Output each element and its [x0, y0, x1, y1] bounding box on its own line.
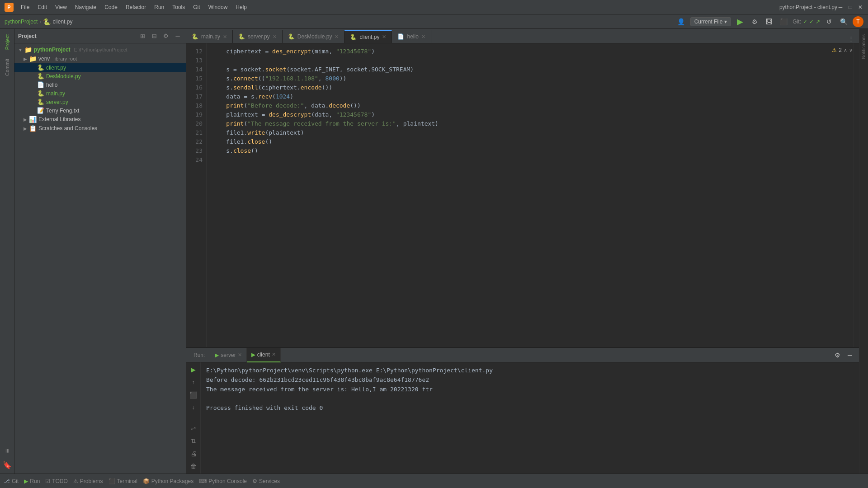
project-tree-expand[interactable]: ⊟: [150, 32, 159, 41]
bottom-tab-server-close[interactable]: ✕: [238, 352, 242, 358]
scratches-icon: 📋: [29, 125, 37, 132]
tab-desmodule-close[interactable]: ✕: [335, 34, 339, 40]
tree-item-root[interactable]: ▼ 📁 pythonProject E:\Python\pythonProjec…: [14, 45, 186, 54]
tree-item-client[interactable]: 🐍 client.py: [14, 63, 186, 72]
project-tree-close[interactable]: ─: [173, 32, 182, 41]
menu-git[interactable]: Git: [189, 3, 203, 11]
tree-item-main[interactable]: 🐍 main.py: [14, 89, 186, 98]
warning-chevron-down[interactable]: ∨: [849, 47, 853, 53]
tab-overflow-button[interactable]: ⋮: [846, 34, 855, 43]
console-scroll-down[interactable]: ↓: [188, 402, 199, 413]
tab-main[interactable]: 🐍 main.py ✕: [186, 30, 233, 43]
tab-hello[interactable]: 📄 hello ✕: [392, 30, 431, 43]
terminal-tab[interactable]: ⬛ Terminal: [108, 478, 137, 484]
console-clear-button[interactable]: 🗑: [188, 461, 199, 472]
console-wrap-button[interactable]: ⇌: [188, 423, 199, 434]
tab-client[interactable]: 🐍 client.py ✕: [344, 30, 392, 43]
line-num-23: 23: [186, 146, 203, 155]
app-icon: P: [5, 3, 14, 12]
code-editor[interactable]: 12 13 14 15 16 17 18 19 20 21 22 23 24 c…: [186, 43, 859, 347]
bottom-tab-bar: Run: ▶ server ✕ ▶ client ✕ ⚙ ─: [186, 348, 859, 362]
tab-desmodule[interactable]: 🐍 DesModule.py ✕: [283, 30, 345, 43]
tree-arrow-venv: ▶: [24, 56, 27, 61]
tree-item-hello[interactable]: 📄 hello: [14, 80, 186, 89]
console-text[interactable]: E:\Python\pythonProject\venv\Scripts\pyt…: [201, 362, 859, 474]
menu-window[interactable]: Window: [205, 3, 231, 11]
console-minimize-button[interactable]: ─: [844, 350, 855, 361]
tree-item-venv[interactable]: ▶ 📁 venv library root: [14, 54, 186, 63]
problems-tab[interactable]: ⚠ Problems: [73, 478, 103, 484]
tab-client-close[interactable]: ✕: [382, 34, 386, 40]
minimize-button[interactable]: ─: [837, 4, 844, 10]
tree-item-ext-libs[interactable]: ▶ 📊 External Libraries: [14, 115, 186, 124]
tree-item-desmodule[interactable]: 🐍 DesModule.py: [14, 72, 186, 80]
code-line-15: s.connect(("192.168.1.108", 8000)): [212, 74, 848, 83]
warning-chevron-up[interactable]: ∧: [844, 47, 847, 53]
tree-item-scratches[interactable]: ▶ 📋 Scratches and Consoles: [14, 124, 186, 133]
tab-server-close[interactable]: ✕: [273, 34, 277, 40]
console-print-button[interactable]: 🖨: [188, 448, 199, 459]
code-line-12: ciphertext = des_encrypt(mima, "12345678…: [212, 47, 848, 56]
sidebar-commit[interactable]: Commit: [3, 55, 12, 80]
user-avatar[interactable]: T: [853, 16, 863, 27]
sidebar-project[interactable]: Project: [3, 31, 12, 53]
warning-count: 2: [839, 47, 842, 53]
client-label: client.py: [46, 65, 66, 71]
code-line-14: s = socket.socket(socket.AF_INET, socket…: [212, 65, 848, 74]
tab-server[interactable]: 🐍 server.py ✕: [233, 30, 283, 43]
bottom-tab-client-close[interactable]: ✕: [272, 352, 276, 357]
sidebar-bookmarks[interactable]: 🔖: [1, 459, 14, 472]
project-tree-settings[interactable]: ⚙: [161, 32, 170, 41]
console-stop-button[interactable]: ⬛: [188, 389, 199, 400]
tab-main-close[interactable]: ✕: [223, 34, 227, 40]
profile-icon[interactable]: 👤: [676, 16, 687, 27]
menu-help[interactable]: Help: [232, 3, 250, 11]
todo-tab[interactable]: ☑ TODO: [45, 478, 67, 484]
menu-file[interactable]: File: [17, 3, 33, 11]
maximize-button[interactable]: □: [847, 4, 854, 10]
bottom-tab-server[interactable]: ▶ server ✕: [210, 348, 246, 362]
breadcrumb-project[interactable]: pythonProject: [5, 19, 38, 25]
search-button[interactable]: 🔍: [838, 16, 849, 27]
python-console-tab[interactable]: ⌨ Python Console: [199, 478, 247, 484]
console-settings-button[interactable]: ⚙: [832, 350, 843, 361]
menu-run[interactable]: Run: [151, 3, 168, 11]
coverage-button[interactable]: ⛾: [764, 16, 774, 27]
bottom-panel: Run: ▶ server ✕ ▶ client ✕ ⚙ ─ ▶: [186, 347, 859, 474]
menu-refactor[interactable]: Refactor: [122, 3, 150, 11]
breadcrumb-file[interactable]: client.py: [52, 19, 72, 25]
tab-hello-close[interactable]: ✕: [421, 34, 425, 40]
sidebar-structure[interactable]: ≡: [1, 445, 14, 457]
code-line-16: s.sendall(ciphertext.encode()): [212, 83, 848, 92]
menu-navigate[interactable]: Navigate: [71, 3, 100, 11]
tree-item-terry[interactable]: 📝 Terry Feng.txt: [14, 106, 186, 115]
console-scroll-up[interactable]: ↑: [188, 377, 199, 388]
menu-code[interactable]: Code: [101, 3, 121, 11]
console-output-line2: The message received from the server is:…: [206, 385, 854, 394]
project-tree-collapse[interactable]: ⊞: [138, 32, 147, 41]
todo-label: TODO: [52, 478, 67, 484]
bottom-tab-client[interactable]: ▶ client ✕: [247, 348, 281, 362]
python-packages-tab[interactable]: 📦 Python Packages: [143, 478, 193, 484]
code-content[interactable]: ciphertext = des_encrypt(mima, "12345678…: [207, 43, 854, 347]
menu-edit[interactable]: Edit: [34, 3, 51, 11]
project-tree-title: Project: [18, 33, 135, 39]
notifications-tab[interactable]: Notifications: [860, 31, 867, 62]
services-tab[interactable]: ⚙ Services: [252, 478, 280, 484]
menu-view[interactable]: View: [52, 3, 71, 11]
git-tab[interactable]: ⎇ Git: [4, 478, 19, 484]
services-label: Services: [259, 478, 280, 484]
run-config-dropdown[interactable]: Current File ▾: [690, 17, 731, 26]
menu-tools[interactable]: Tools: [169, 3, 189, 11]
console-run-button[interactable]: ▶: [188, 364, 199, 375]
project-root-path: E:\Python\pythonProject: [74, 47, 127, 52]
revert-button[interactable]: ↺: [824, 16, 835, 27]
tree-item-server[interactable]: 🐍 server.py: [14, 98, 186, 106]
console-sort-button[interactable]: ⇅: [188, 436, 199, 446]
stop-button[interactable]: ⬛: [778, 16, 789, 27]
run-button[interactable]: ▶: [735, 16, 745, 27]
close-button[interactable]: ✕: [857, 4, 863, 10]
run-tab[interactable]: ▶ Run: [24, 478, 40, 484]
code-line-18: print("Before decode:", data.decode()): [212, 101, 848, 110]
build-button[interactable]: ⚙: [749, 16, 760, 27]
